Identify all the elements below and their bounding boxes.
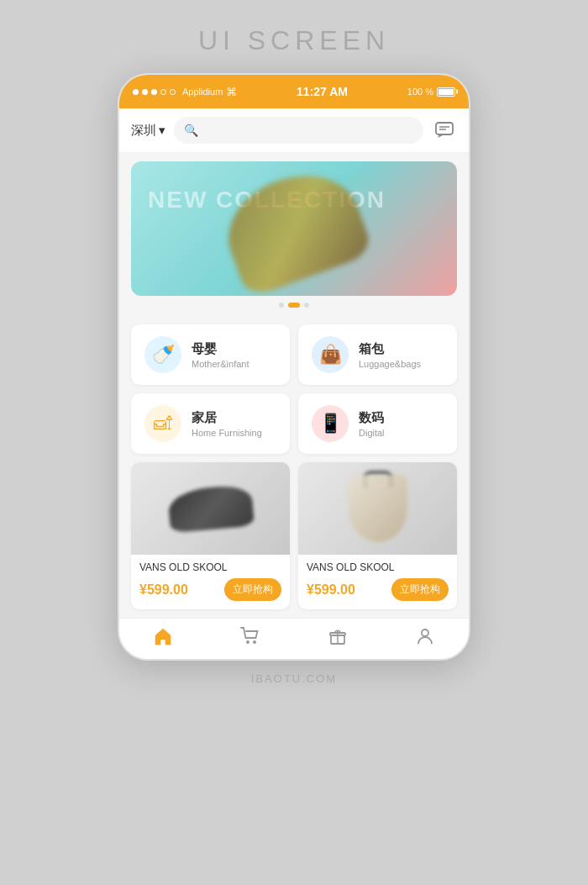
digital-name-zh: 数码 bbox=[359, 410, 385, 426]
nav-bar: 深圳 ▾ 🔍 bbox=[119, 108, 469, 153]
wifi-icon: ⌘ bbox=[226, 86, 237, 98]
phone-frame: Applidium ⌘ 11:27 AM 100 % 深圳 ▾ 🔍 bbox=[118, 73, 470, 661]
home-furnishing-icon: 🛋 bbox=[144, 405, 181, 442]
product-image-1 bbox=[131, 462, 290, 555]
luggage-name-en: Luggage&bags bbox=[359, 359, 421, 369]
banner-dot-3[interactable] bbox=[304, 303, 309, 308]
cart-nav-icon bbox=[240, 627, 260, 651]
product-bottom-1: ¥599.00 立即抢构 bbox=[139, 578, 281, 601]
chevron-down-icon: ▾ bbox=[159, 123, 165, 138]
home-info: 家居 Home Furnishing bbox=[192, 410, 262, 438]
product-price-2: ¥599.00 bbox=[307, 582, 355, 598]
product-card-1[interactable]: VANS OLD SKOOL ¥599.00 立即抢构 bbox=[131, 462, 290, 609]
nav-item-home[interactable] bbox=[119, 619, 207, 659]
baby-name-zh: 母婴 bbox=[192, 341, 249, 357]
ui-screen-label: UI SCREEN bbox=[198, 25, 390, 56]
signal-dot-2 bbox=[142, 89, 148, 95]
category-card-baby[interactable]: 🍼 母婴 Mother&infant bbox=[131, 324, 290, 385]
product-price-1: ¥599.00 bbox=[139, 582, 188, 598]
home-name-zh: 家居 bbox=[192, 410, 262, 426]
message-icon[interactable] bbox=[432, 118, 457, 143]
luggage-icon: 👜 bbox=[312, 336, 349, 373]
digital-icon: 📱 bbox=[312, 405, 349, 442]
product-info-2: VANS OLD SKOOL ¥599.00 立即抢构 bbox=[298, 555, 457, 609]
footer-watermark: IBAOTU.COM bbox=[251, 672, 337, 685]
banner-dots bbox=[131, 296, 457, 311]
bottom-nav bbox=[119, 618, 469, 659]
status-bar: Applidium ⌘ 11:27 AM 100 % bbox=[119, 75, 469, 108]
category-card-luggage[interactable]: 👜 箱包 Luggage&bags bbox=[298, 324, 457, 385]
digital-name-en: Digital bbox=[359, 428, 385, 438]
city-selector[interactable]: 深圳 ▾ bbox=[131, 123, 165, 139]
svg-point-9 bbox=[422, 630, 428, 636]
chat-icon bbox=[435, 122, 454, 139]
nav-item-gift[interactable] bbox=[294, 619, 381, 659]
product-name-2: VANS OLD SKOOL bbox=[307, 561, 449, 573]
product-grid: VANS OLD SKOOL ¥599.00 立即抢构 VANS OLD SKO… bbox=[119, 462, 469, 618]
luggage-info: 箱包 Luggage&bags bbox=[359, 341, 421, 369]
battery-fill bbox=[438, 89, 454, 95]
luggage-name-zh: 箱包 bbox=[359, 341, 421, 357]
banner-dot-2[interactable] bbox=[288, 303, 300, 308]
home-name-en: Home Furnishing bbox=[192, 428, 262, 438]
product-name-1: VANS OLD SKOOL bbox=[139, 561, 281, 573]
banner-dot-1[interactable] bbox=[279, 303, 284, 308]
product-bottom-2: ¥599.00 立即抢构 bbox=[307, 578, 449, 601]
signal-dot-4 bbox=[160, 89, 166, 95]
home-nav-icon bbox=[153, 627, 173, 651]
product-image-2 bbox=[298, 462, 457, 555]
shoe-shape-1 bbox=[167, 484, 255, 534]
status-time: 11:27 AM bbox=[297, 85, 348, 98]
search-bar[interactable]: 🔍 bbox=[174, 117, 423, 144]
baby-name-en: Mother&infant bbox=[192, 359, 249, 369]
category-card-home[interactable]: 🛋 家居 Home Furnishing bbox=[131, 393, 290, 454]
signal-dot-1 bbox=[133, 89, 139, 95]
nav-item-profile[interactable] bbox=[381, 619, 469, 659]
signal-dot-5 bbox=[170, 89, 176, 95]
banner-shoe-image bbox=[213, 161, 374, 296]
nav-item-cart[interactable] bbox=[207, 619, 294, 659]
banner-slide[interactable]: NEW COLLECTION bbox=[131, 161, 457, 296]
signal-dot-3 bbox=[151, 89, 157, 95]
svg-point-4 bbox=[246, 640, 249, 644]
svg-point-5 bbox=[253, 640, 256, 644]
baby-info: 母婴 Mother&infant bbox=[192, 341, 249, 369]
profile-nav-icon bbox=[415, 627, 435, 651]
category-grid: 🍼 母婴 Mother&infant 👜 箱包 Luggage&bags 🛋 家… bbox=[119, 319, 469, 462]
status-left: Applidium ⌘ bbox=[133, 86, 237, 98]
search-icon: 🔍 bbox=[184, 124, 198, 137]
buy-button-1[interactable]: 立即抢构 bbox=[224, 578, 281, 601]
gift-nav-icon bbox=[328, 627, 348, 651]
battery-icon bbox=[437, 87, 455, 97]
banner-container: NEW COLLECTION bbox=[119, 153, 469, 319]
baby-icon: 🍼 bbox=[144, 336, 181, 373]
bag-body-shape bbox=[349, 475, 407, 542]
page-wrapper: UI SCREEN Applidium ⌘ 11:27 AM 100 % bbox=[0, 0, 588, 885]
status-right: 100 % bbox=[407, 87, 455, 97]
product-info-1: VANS OLD SKOOL ¥599.00 立即抢构 bbox=[131, 555, 290, 609]
product-card-2[interactable]: VANS OLD SKOOL ¥599.00 立即抢构 bbox=[298, 462, 457, 609]
digital-info: 数码 Digital bbox=[359, 410, 385, 438]
svg-rect-0 bbox=[436, 123, 453, 134]
buy-button-2[interactable]: 立即抢构 bbox=[391, 578, 449, 601]
city-name: 深圳 bbox=[131, 123, 156, 139]
category-card-digital[interactable]: 📱 数码 Digital bbox=[298, 393, 457, 454]
app-label: Applidium bbox=[182, 87, 223, 97]
battery-pct: 100 % bbox=[407, 87, 433, 97]
